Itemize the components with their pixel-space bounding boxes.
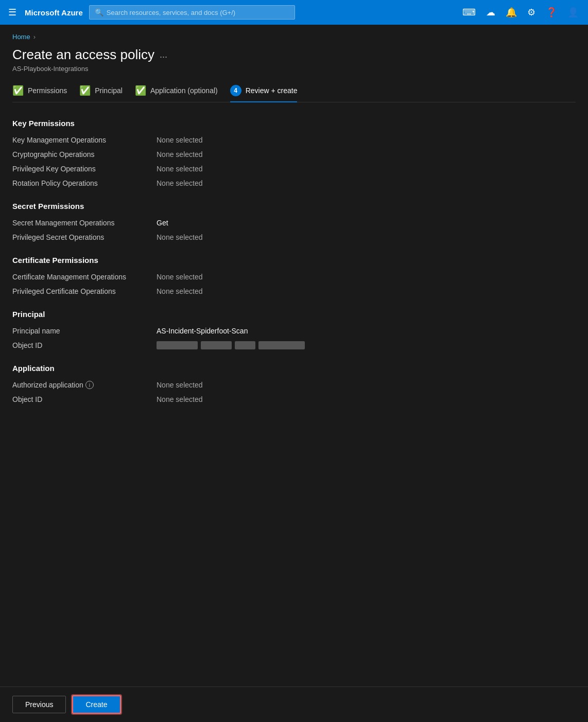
authorized-application-label-wrapper: Authorized application i (12, 381, 157, 389)
search-box[interactable]: 🔍 (89, 5, 295, 20)
principal-name-value: AS-Incident-Spiderfoot-Scan (157, 327, 248, 335)
search-icon: 🔍 (95, 8, 103, 16)
page-subtitle: AS-Playbook-Integrations (12, 65, 576, 73)
secret-management-operations-value: Get (157, 219, 168, 227)
privileged-certificate-operations-row: Privileged Certificate Operations None s… (12, 287, 576, 295)
breadcrumb: Home › (12, 33, 576, 41)
authorized-application-label: Authorized application i (12, 381, 157, 389)
wizard-step-application[interactable]: ✅ Application (optional) (135, 85, 218, 102)
redacted-block-4 (258, 341, 305, 349)
privileged-key-operations-label: Privileged Key Operations (12, 165, 157, 173)
privileged-key-operations-value: None selected (157, 165, 203, 173)
topbar: ☰ Microsoft Azure 🔍 ⌨ ☁ 🔔 ⚙ ❓ 👤 (0, 0, 588, 25)
key-permissions-title: Key Permissions (12, 119, 576, 128)
principal-section: Principal Principal name AS-Incident-Spi… (12, 310, 576, 349)
wizard-step-permissions-label: Permissions (28, 86, 67, 95)
principal-object-id-row: Object ID (12, 341, 576, 349)
cloud-shell-icon[interactable]: ☁ (483, 5, 498, 20)
page-title: Create an access policy (12, 47, 154, 63)
principal-object-id-label: Object ID (12, 341, 157, 349)
certificate-management-operations-value: None selected (157, 273, 203, 281)
account-icon[interactable]: 👤 (564, 5, 582, 20)
application-title: Application (12, 364, 576, 373)
privileged-certificate-operations-label: Privileged Certificate Operations (12, 287, 157, 295)
terminal-icon[interactable]: ⌨ (459, 5, 479, 20)
cryptographic-operations-label: Cryptographic Operations (12, 150, 157, 159)
privileged-secret-operations-row: Privileged Secret Operations None select… (12, 233, 576, 241)
key-management-operations-label: Key Management Operations (12, 136, 157, 144)
principal-name-row: Principal name AS-Incident-Spiderfoot-Sc… (12, 327, 576, 335)
step-number-4: 4 (230, 85, 241, 96)
page-title-area: Create an access policy ... (12, 47, 576, 63)
application-object-id-row: Object ID None selected (12, 395, 576, 403)
rotation-policy-operations-label: Rotation Policy Operations (12, 179, 157, 187)
redacted-block-1 (157, 341, 198, 349)
wizard-step-review[interactable]: 4 Review + create (230, 85, 298, 102)
notifications-icon[interactable]: 🔔 (503, 5, 520, 20)
breadcrumb-separator: › (33, 33, 36, 41)
privileged-key-operations-row: Privileged Key Operations None selected (12, 165, 576, 173)
rotation-policy-operations-row: Rotation Policy Operations None selected (12, 179, 576, 187)
search-input[interactable] (107, 9, 289, 16)
redacted-block-3 (235, 341, 255, 349)
azure-logo: Microsoft Azure (25, 8, 83, 17)
step-completed-icon-2: ✅ (79, 85, 91, 96)
page-options-button[interactable]: ... (160, 49, 167, 60)
application-section: Application Authorized application i Non… (12, 364, 576, 403)
step-completed-icon: ✅ (12, 85, 24, 96)
hamburger-icon[interactable]: ☰ (6, 5, 19, 20)
breadcrumb-home[interactable]: Home (12, 33, 30, 41)
bottom-bar: Previous Create (0, 686, 588, 722)
cryptographic-operations-value: None selected (157, 150, 203, 159)
authorized-application-row: Authorized application i None selected (12, 381, 576, 389)
wizard-step-permissions[interactable]: ✅ Permissions (12, 85, 67, 102)
secret-management-operations-row: Secret Management Operations Get (12, 219, 576, 227)
create-button[interactable]: Create (72, 695, 120, 714)
settings-icon[interactable]: ⚙ (524, 5, 539, 20)
principal-name-label: Principal name (12, 327, 157, 335)
main-content: Home › Create an access policy ... AS-Pl… (0, 25, 588, 686)
rotation-policy-operations-value: None selected (157, 179, 203, 187)
wizard-step-principal-label: Principal (95, 86, 123, 95)
privileged-certificate-operations-value: None selected (157, 287, 203, 295)
application-object-id-value: None selected (157, 395, 203, 403)
help-icon[interactable]: ❓ (543, 5, 560, 20)
certificate-permissions-section: Certificate Permissions Certificate Mana… (12, 256, 576, 295)
privileged-secret-operations-value: None selected (157, 233, 203, 241)
step-completed-icon-3: ✅ (135, 85, 146, 96)
authorized-application-info-icon[interactable]: i (85, 381, 94, 389)
redacted-block-2 (201, 341, 232, 349)
application-object-id-label: Object ID (12, 395, 157, 403)
cryptographic-operations-row: Cryptographic Operations None selected (12, 150, 576, 159)
topbar-icons: ⌨ ☁ 🔔 ⚙ ❓ 👤 (459, 5, 582, 20)
key-management-operations-value: None selected (157, 136, 203, 144)
secret-management-operations-label: Secret Management Operations (12, 219, 157, 227)
key-management-operations-row: Key Management Operations None selected (12, 136, 576, 144)
wizard-step-application-label: Application (optional) (150, 86, 218, 95)
principal-title: Principal (12, 310, 576, 319)
secret-permissions-section: Secret Permissions Secret Management Ope… (12, 202, 576, 241)
wizard-steps: ✅ Permissions ✅ Principal ✅ Application … (12, 85, 576, 102)
key-permissions-section: Key Permissions Key Management Operation… (12, 119, 576, 187)
previous-button[interactable]: Previous (12, 696, 66, 713)
secret-permissions-title: Secret Permissions (12, 202, 576, 210)
certificate-management-operations-label: Certificate Management Operations (12, 273, 157, 281)
wizard-step-principal[interactable]: ✅ Principal (79, 85, 123, 102)
wizard-step-review-label: Review + create (246, 86, 298, 95)
certificate-management-operations-row: Certificate Management Operations None s… (12, 273, 576, 281)
privileged-secret-operations-label: Privileged Secret Operations (12, 233, 157, 241)
certificate-permissions-title: Certificate Permissions (12, 256, 576, 265)
authorized-application-value: None selected (157, 381, 203, 389)
principal-object-id-value (157, 341, 305, 349)
